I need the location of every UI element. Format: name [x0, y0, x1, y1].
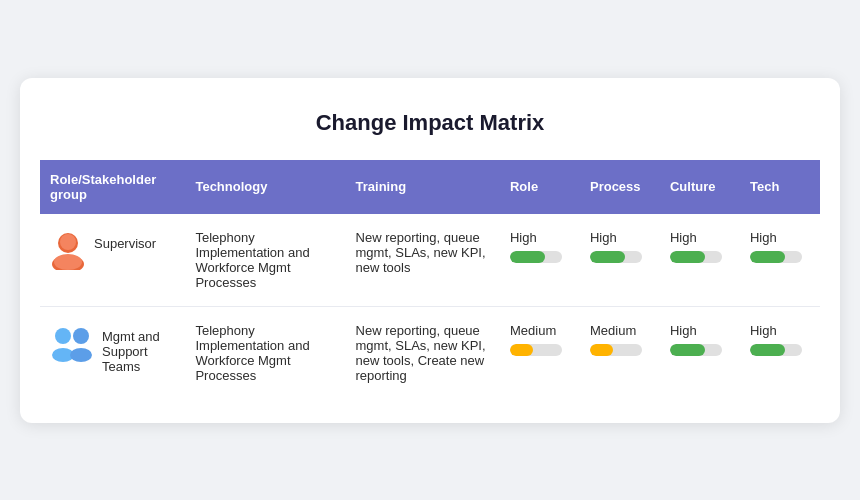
- impact-process-label: High: [590, 230, 617, 245]
- impact-role-label: High: [510, 230, 537, 245]
- impact-tech-bar-fill: [750, 344, 785, 356]
- svg-point-3: [54, 254, 82, 270]
- col-header-tech: Tech: [740, 160, 820, 214]
- stakeholder-name: Mgmt and Support Teams: [102, 323, 175, 374]
- impact-process-label: Medium: [590, 323, 636, 338]
- impact-process-bar: [590, 251, 642, 263]
- impact-culture-label: High: [670, 323, 697, 338]
- col-header-process: Process: [580, 160, 660, 214]
- impact-role-label: Medium: [510, 323, 556, 338]
- impact-role-cell: Medium: [500, 306, 580, 399]
- col-header-training: Training: [346, 160, 500, 214]
- svg-point-4: [55, 328, 71, 344]
- col-header-technology: Technology: [185, 160, 345, 214]
- page-title: Change Impact Matrix: [40, 110, 820, 136]
- avatar: [50, 230, 86, 273]
- stakeholder-name: Supervisor: [94, 230, 156, 251]
- impact-culture-label: High: [670, 230, 697, 245]
- impact-process-cell: High: [580, 214, 660, 307]
- impact-process-bar-fill: [590, 344, 613, 356]
- table-row: SupervisorTelephony Implementation and W…: [40, 214, 820, 307]
- col-header-culture: Culture: [660, 160, 740, 214]
- impact-culture-bar: [670, 251, 722, 263]
- svg-point-2: [60, 234, 76, 250]
- training-cell: New reporting, queue mgmt, SLAs, new KPI…: [346, 306, 500, 399]
- impact-culture-cell: High: [660, 306, 740, 399]
- impact-tech-cell: High: [740, 214, 820, 307]
- impact-culture-bar-fill: [670, 344, 705, 356]
- impact-tech-bar: [750, 344, 802, 356]
- impact-role-bar: [510, 251, 562, 263]
- training-cell: New reporting, queue mgmt, SLAs, new KPI…: [346, 214, 500, 307]
- impact-matrix-table: Role/Stakeholder group Technology Traini…: [40, 160, 820, 399]
- impact-role-bar-fill: [510, 344, 533, 356]
- impact-culture-bar: [670, 344, 722, 356]
- technology-cell: Telephony Implementation and Workforce M…: [185, 306, 345, 399]
- technology-cell: Telephony Implementation and Workforce M…: [185, 214, 345, 307]
- table-header-row: Role/Stakeholder group Technology Traini…: [40, 160, 820, 214]
- svg-point-7: [70, 348, 92, 362]
- impact-tech-bar-fill: [750, 251, 785, 263]
- table-row: Mgmt and Support TeamsTelephony Implemen…: [40, 306, 820, 399]
- impact-process-bar: [590, 344, 642, 356]
- impact-tech-label: High: [750, 323, 777, 338]
- stakeholder-cell: Mgmt and Support Teams: [40, 306, 185, 399]
- stakeholder-cell: Supervisor: [40, 214, 185, 307]
- impact-tech-bar: [750, 251, 802, 263]
- col-header-role: Role: [500, 160, 580, 214]
- impact-process-bar-fill: [590, 251, 625, 263]
- impact-role-cell: High: [500, 214, 580, 307]
- svg-point-6: [73, 328, 89, 344]
- impact-role-bar-fill: [510, 251, 545, 263]
- avatar: [50, 323, 94, 366]
- impact-tech-label: High: [750, 230, 777, 245]
- impact-process-cell: Medium: [580, 306, 660, 399]
- impact-culture-bar-fill: [670, 251, 705, 263]
- col-header-stakeholder: Role/Stakeholder group: [40, 160, 185, 214]
- main-card: Change Impact Matrix Role/Stakeholder gr…: [20, 78, 840, 423]
- impact-tech-cell: High: [740, 306, 820, 399]
- impact-culture-cell: High: [660, 214, 740, 307]
- impact-role-bar: [510, 344, 562, 356]
